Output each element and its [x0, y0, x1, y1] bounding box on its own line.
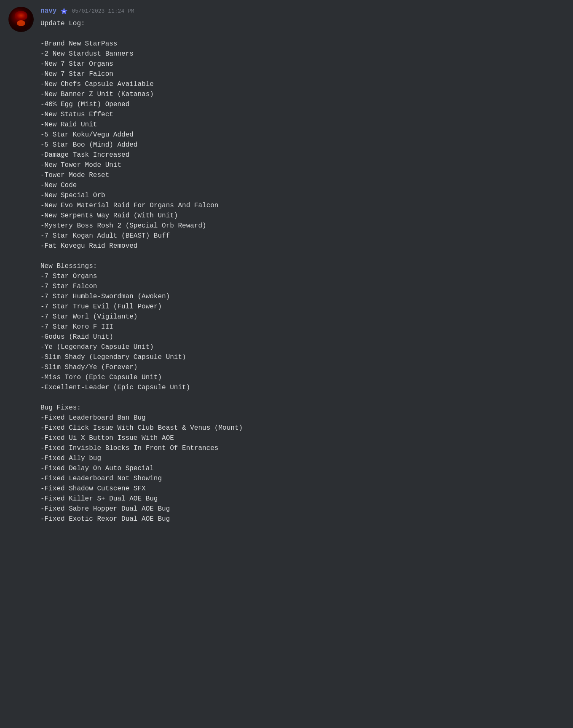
message-content: Update Log: -Brand New StarPass -2 New S…	[40, 19, 565, 524]
avatar	[8, 7, 34, 32]
message-body: navy ✦ 05/01/2023 11:24 PM Update Log: -…	[40, 7, 565, 524]
message-header: navy ✦ 05/01/2023 11:24 PM	[40, 7, 565, 15]
svg-text:✦: ✦	[63, 10, 65, 13]
message: navy ✦ 05/01/2023 11:24 PM Update Log: -…	[0, 0, 573, 531]
timestamp: 05/01/2023 11:24 PM	[72, 8, 134, 14]
avatar-image	[8, 7, 34, 32]
username: navy	[40, 7, 56, 15]
badge-icon: ✦	[60, 7, 68, 15]
